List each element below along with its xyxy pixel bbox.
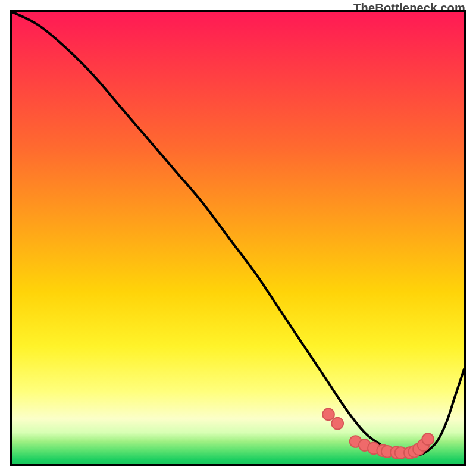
chart-svg [12, 12, 464, 464]
chart-container: TheBottleneck.com [0, 0, 476, 476]
plot-area [10, 10, 466, 466]
valley-marker [422, 433, 434, 445]
valley-marker [322, 409, 334, 421]
valley-markers-group [322, 409, 434, 459]
bottleneck-curve [12, 12, 464, 456]
valley-marker [331, 418, 343, 430]
